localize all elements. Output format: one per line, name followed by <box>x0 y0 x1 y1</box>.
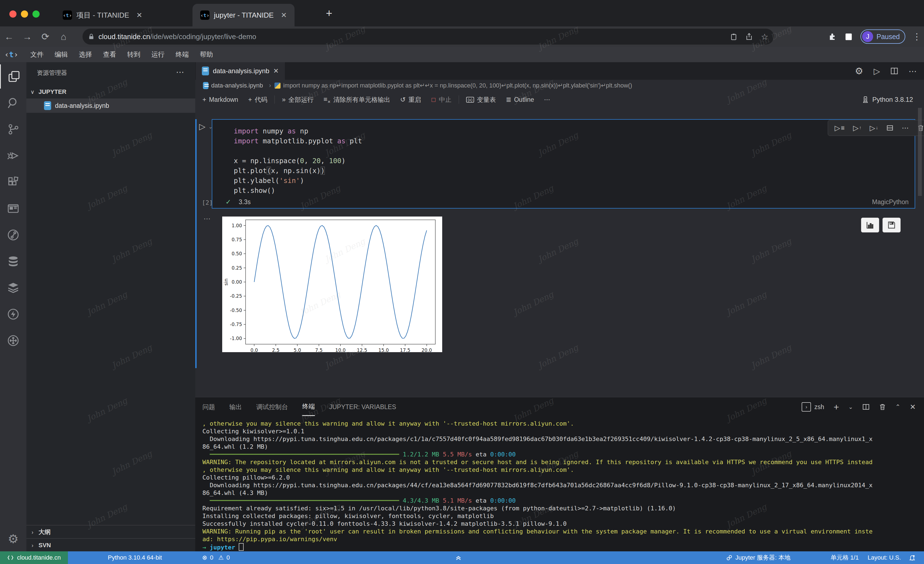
bookmark-star-icon[interactable]: ☆ <box>761 32 768 42</box>
extensions-puzzle-icon[interactable] <box>828 32 837 41</box>
split-terminal-icon[interactable] <box>862 403 870 411</box>
run-all-button[interactable]: » 全部运行 <box>282 95 314 104</box>
live-preview-icon[interactable] <box>0 196 26 221</box>
execute-by-line-icon[interactable]: ▷≣ <box>835 124 845 132</box>
jupyter-server-status[interactable]: Jupyter 服务器: 本地 <box>726 551 790 564</box>
editor-scrollbar[interactable] <box>918 108 922 196</box>
layers-icon[interactable] <box>0 276 26 300</box>
menu-item-7[interactable]: 帮助 <box>194 50 219 59</box>
sidebar-section-jupyter[interactable]: ∨ JUPYTER <box>26 85 195 98</box>
close-tab-icon[interactable]: ✕ <box>136 11 142 20</box>
gitlens-icon[interactable] <box>0 223 26 247</box>
address-bar[interactable]: cloud.titanide.cn /ide/web/coding/jupyte… <box>82 29 774 45</box>
panel-tab-3[interactable]: 终端 <box>302 398 315 416</box>
variables-button[interactable]: (x) 变量表 <box>466 95 496 104</box>
side-panel-icon[interactable] <box>844 32 854 41</box>
sidebar-section-outline[interactable]: › 大纲 <box>26 525 195 539</box>
editor-tab-notebook[interactable]: data-analysis.ipynb ✕ <box>196 62 285 80</box>
run-debug-icon[interactable] <box>0 144 26 168</box>
python-interpreter-status[interactable]: Python 3.10.4 64-bit <box>108 551 162 564</box>
share-icon[interactable] <box>746 33 753 40</box>
run-cell-icon[interactable]: ▷ <box>199 122 206 131</box>
run-below-icon[interactable]: ▷↓ <box>870 124 878 132</box>
zoom-window-button[interactable] <box>33 11 40 18</box>
menu-item-4[interactable]: 转到 <box>122 50 146 59</box>
profile-button[interactable]: J Paused <box>861 29 905 44</box>
new-tab-button[interactable]: + <box>326 7 332 20</box>
back-icon[interactable]: ← <box>0 32 18 42</box>
kernel-picker[interactable]: Python 3.8.12 <box>862 96 913 104</box>
notifications-bell[interactable] <box>909 551 915 564</box>
menu-item-5[interactable]: 运行 <box>146 50 170 59</box>
close-editor-tab-icon[interactable]: ✕ <box>273 67 279 75</box>
terminal-dropdown-icon[interactable]: ⌄ <box>848 404 853 410</box>
add-markdown-button[interactable]: + Markdown <box>202 96 238 104</box>
forward-icon[interactable]: → <box>18 32 36 42</box>
add-code-button[interactable]: + 代码 <box>248 95 267 104</box>
sidebar-section-svn[interactable]: › SVN <box>26 538 195 552</box>
sidebar-more-icon[interactable]: ⋯ <box>176 67 184 77</box>
split-editor-icon[interactable] <box>891 67 898 75</box>
explorer-icon[interactable] <box>0 65 27 89</box>
keyboard-layout-status[interactable]: Layout: U.S. <box>868 551 901 564</box>
browser-menu-icon[interactable]: ⋮ <box>912 32 921 42</box>
database-icon[interactable] <box>0 249 26 274</box>
source-control-icon[interactable] <box>0 117 26 141</box>
menu-item-0[interactable]: 文件 <box>25 50 49 59</box>
breadcrumb[interactable]: data-analysis.ipynb › import numpy as np… <box>195 80 924 91</box>
settings-gear-icon[interactable]: ⚙ <box>0 526 26 551</box>
panel-tab-2[interactable]: 调试控制台 <box>256 399 288 416</box>
thunder-client-icon[interactable] <box>0 302 26 326</box>
output-gutter-more-icon[interactable]: ⋯ <box>204 215 211 223</box>
maximize-panel-icon[interactable]: ⌃ <box>896 403 900 411</box>
chevron-right-icon: › <box>26 542 39 549</box>
cell-code[interactable]: import numpy as npimport matplotlib.pypl… <box>234 126 362 196</box>
svg-text:sin: sin <box>223 278 229 286</box>
menu-item-1[interactable]: 编辑 <box>49 50 74 59</box>
cell-language-label[interactable]: MagicPython <box>872 199 909 206</box>
cell-more-actions-icon[interactable]: ⋯ <box>902 124 909 132</box>
search-icon[interactable] <box>0 91 26 115</box>
new-terminal-icon[interactable]: + <box>834 402 839 412</box>
menu-item-6[interactable]: 终端 <box>170 50 194 59</box>
close-tab-icon[interactable]: ✕ <box>281 11 287 20</box>
interrupt-kernel-button[interactable]: ◻ 中止 <box>431 95 451 104</box>
close-window-button[interactable] <box>9 11 16 18</box>
terminal-instance-picker[interactable]: › zsh <box>802 402 824 412</box>
clear-outputs-button[interactable]: ≡✕ 清除所有单元格输出 <box>324 95 390 104</box>
panel-tab-4[interactable]: JUPYTER: VARIABLES <box>329 399 396 415</box>
reveal-panel-chevrons[interactable] <box>455 551 462 564</box>
breadcrumb-file[interactable]: data-analysis.ipynb <box>211 82 263 89</box>
clipboard-icon[interactable] <box>730 33 737 40</box>
problems-status[interactable]: ⊗ 0 ⚠ 0 <box>202 551 230 564</box>
reload-icon[interactable]: ⟳ <box>36 31 54 42</box>
toolbar-more-button[interactable]: ⋯ <box>544 96 550 104</box>
restart-kernel-button[interactable]: ↺ 重启 <box>400 95 421 104</box>
minimize-window-button[interactable] <box>21 11 28 18</box>
cell-indicator-status[interactable]: 单元格 1/1 <box>831 551 859 564</box>
browser-tab-jupyter[interactable]: ‹t› jupyter - TITANIDE ✕ <box>192 4 294 26</box>
breadcrumb-cell-preview[interactable]: import numpy as np↵import matplotlib.pyp… <box>283 82 632 89</box>
kill-terminal-trash-icon[interactable] <box>879 403 886 411</box>
menu-item-3[interactable]: 查看 <box>98 50 122 59</box>
run-all-play-icon[interactable]: ▷ <box>874 66 880 76</box>
browser-tab-project[interactable]: ‹t› 项目 - TITANIDE ✕ <box>55 4 150 26</box>
menu-item-2[interactable]: 选择 <box>74 50 98 59</box>
panel-tab-1[interactable]: 输出 <box>230 399 242 416</box>
terminal-output[interactable]: , otherwise you may silence this warning… <box>202 420 917 551</box>
outline-button[interactable]: ≣ Outline <box>506 96 534 104</box>
save-plot-button[interactable] <box>882 218 901 233</box>
editor-more-actions-icon[interactable]: ⋯ <box>909 66 917 76</box>
panel-tab-0[interactable]: 问题 <box>202 399 215 416</box>
code-cell[interactable]: import numpy as npimport matplotlib.pypl… <box>212 119 915 209</box>
run-above-icon[interactable]: ▷↑ <box>853 124 862 132</box>
notebook-settings-gear-icon[interactable]: ⚙ <box>855 65 863 77</box>
extensions-icon[interactable] <box>0 170 26 194</box>
remote-targets-icon[interactable] <box>0 328 26 353</box>
split-cell-icon[interactable] <box>886 124 894 131</box>
remote-indicator[interactable]: cloud.titanide.cn <box>0 551 68 564</box>
open-plot-viewer-button[interactable] <box>861 218 879 233</box>
file-item-notebook[interactable]: data-analysis.ipynb <box>26 98 195 113</box>
close-panel-icon[interactable]: ✕ <box>910 403 916 411</box>
home-icon[interactable]: ⌂ <box>54 32 73 42</box>
